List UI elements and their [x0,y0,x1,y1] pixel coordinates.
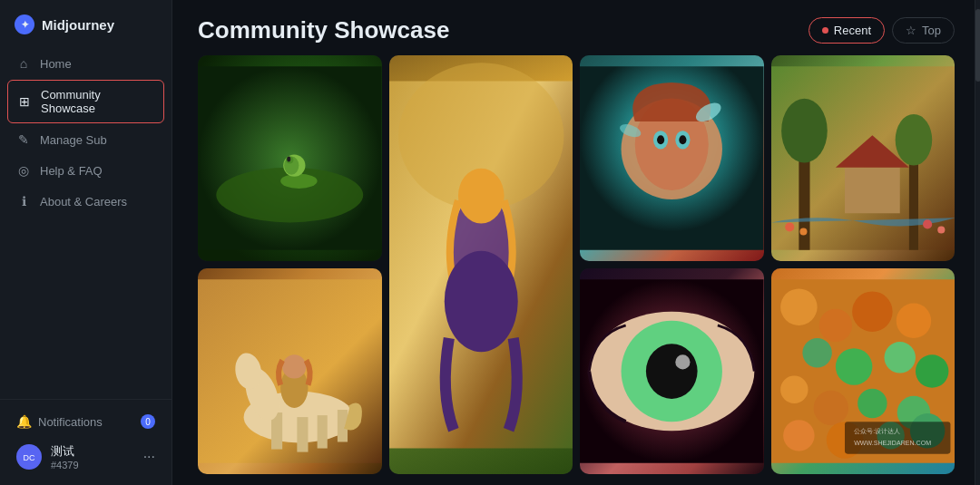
svg-point-68 [835,348,872,385]
svg-point-28 [895,114,932,166]
svg-point-72 [813,391,848,425]
svg-point-34 [937,226,945,233]
svg-point-73 [858,389,887,418]
scrollbar-thumb[interactable] [975,9,980,82]
app-logo: ✦ Midjourney [0,0,172,45]
gallery: 公众号:设计达人 WWW.SHEJIDAREN.COM [172,55,980,485]
sidebar-item-help-faq-label: Help & FAQ [40,164,103,178]
gallery-item-6[interactable] [580,268,764,474]
svg-point-26 [781,99,828,163]
sidebar-bottom: 🔔 Notifications 0 DC 测试 #4379 ··· [0,399,172,485]
avatar: DC [16,444,42,470]
recent-button-label: Recent [834,24,871,37]
gallery-grid: 公众号:设计达人 WWW.SHEJIDAREN.COM [198,55,955,474]
svg-point-75 [783,420,814,451]
scrollbar-track[interactable] [975,0,980,485]
svg-point-8 [287,156,290,161]
notifications-row: 🔔 Notifications 0 [7,407,164,436]
sidebar-item-about-careers-label: About & Careers [40,195,127,209]
sidebar-nav: ⌂ Home ⊞ Community Showcase ✎ Manage Sub… [0,45,172,399]
svg-point-32 [799,228,807,235]
gallery-item-8[interactable]: 公众号:设计达人 WWW.SHEJIDAREN.COM [771,268,956,474]
svg-rect-79 [845,422,950,453]
svg-point-66 [896,304,930,338]
svg-point-14 [444,251,517,352]
svg-point-33 [923,219,932,228]
svg-point-71 [780,376,808,403]
top-button-label: Top [922,24,941,37]
header-actions: Recent ☆ Top [808,17,955,44]
svg-text:公众号:设计达人: 公众号:设计达人 [854,428,900,435]
help-icon: ◎ [16,163,31,178]
svg-text:DC: DC [24,453,35,462]
sidebar-item-home-label: Home [40,57,72,71]
svg-point-20 [657,135,664,144]
home-icon: ⌂ [16,56,31,71]
bell-icon: 🔔 [16,414,31,429]
svg-point-70 [915,354,947,387]
gallery-item-4[interactable] [771,55,956,261]
more-options-icon[interactable]: ··· [143,449,155,465]
svg-rect-29 [845,168,900,214]
svg-point-4 [280,174,318,189]
top-button[interactable]: ☆ Top [892,17,955,44]
user-info: 测试 #4379 [51,443,134,470]
about-icon: ℹ [16,194,31,209]
sidebar-item-community-showcase-label: Community Showcase [41,88,154,115]
svg-point-65 [852,291,893,332]
svg-point-13 [457,169,504,224]
svg-point-21 [679,135,686,144]
recent-dot-icon [822,27,828,34]
sidebar-item-help-faq[interactable]: ◎ Help & FAQ [7,156,164,185]
notifications-label: Notifications [38,415,103,429]
svg-point-49 [675,354,690,369]
gallery-item-5[interactable] [198,268,382,474]
community-icon: ⊞ [17,94,32,109]
svg-rect-38 [297,417,308,451]
sidebar-item-manage-sub-label: Manage Sub [40,133,107,147]
svg-point-48 [646,344,698,399]
user-id: #4379 [51,460,134,470]
svg-point-69 [884,342,915,373]
user-name: 测试 [51,443,134,460]
svg-text:WWW.SHEJIDAREN.COM: WWW.SHEJIDAREN.COM [854,440,931,447]
main-header: Community Showcase Recent ☆ Top [172,0,980,55]
svg-point-31 [785,222,794,231]
svg-point-63 [780,288,818,325]
manage-icon: ✎ [16,132,31,147]
svg-point-44 [282,354,306,378]
gallery-item-1[interactable] [198,55,382,261]
gallery-item-2[interactable] [389,55,573,474]
gallery-item-3[interactable] [580,55,764,261]
main-content: Community Showcase Recent ☆ Top [172,0,980,485]
sidebar-item-community-showcase[interactable]: ⊞ Community Showcase [7,80,164,123]
logo-icon: ✦ [15,15,34,34]
sidebar: ✦ Midjourney ⌂ Home ⊞ Community Showcase… [0,0,172,485]
top-star-icon: ☆ [906,24,916,37]
svg-point-64 [818,309,851,342]
sidebar-item-home[interactable]: ⌂ Home [7,49,164,78]
app-name: Midjourney [42,17,114,33]
notification-badge: 0 [141,414,155,429]
page-title: Community Showcase [198,16,449,44]
user-profile-row[interactable]: DC 测试 #4379 ··· [7,436,164,478]
sidebar-item-manage-sub[interactable]: ✎ Manage Sub [7,125,164,154]
svg-rect-39 [318,415,328,448]
svg-point-67 [802,338,831,367]
recent-button[interactable]: Recent [808,17,885,44]
sidebar-item-about-careers[interactable]: ℹ About & Careers [7,187,164,216]
